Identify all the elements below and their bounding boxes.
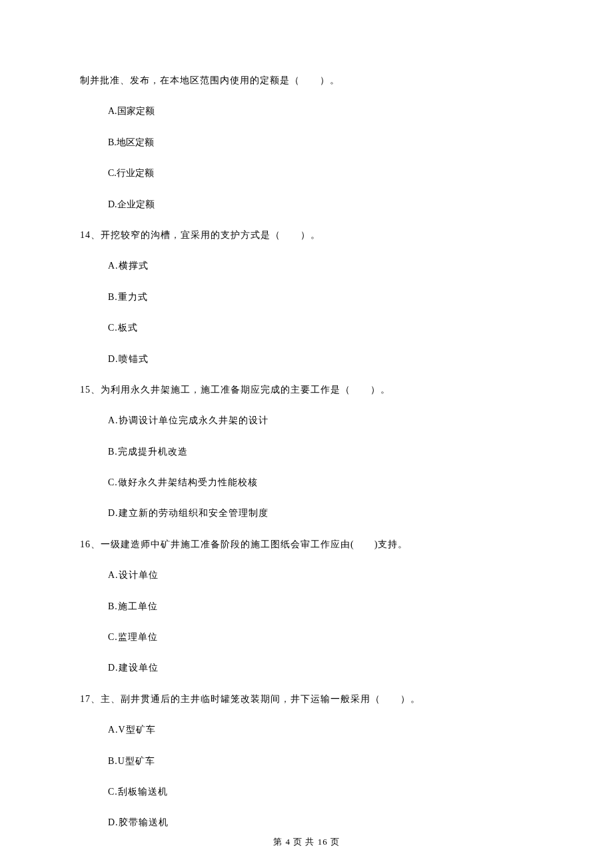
page-content: 制并批准、发布，在本地区范围内使用的定额是（ ）。 A.国家定额 B.地区定额 … — [0, 0, 613, 831]
question-text: 15、为利用永久井架施工，施工准备期应完成的主要工作是（ ）。 — [80, 383, 533, 397]
option-a: A.设计单位 — [108, 568, 533, 583]
question-13-options: A.国家定额 B.地区定额 C.行业定额 D.企业定额 — [80, 104, 533, 212]
option-d: D.喷锚式 — [108, 352, 533, 367]
option-d: D.建设单位 — [108, 661, 533, 675]
option-b: B.完成提升机改造 — [108, 445, 533, 459]
option-c: C.做好永久井架结构受力性能校核 — [108, 475, 533, 490]
option-b: B.重力式 — [108, 290, 533, 305]
option-c: C.刮板输送机 — [108, 785, 533, 799]
option-a: A.横撑式 — [108, 259, 533, 273]
option-d: D.企业定额 — [108, 197, 533, 212]
option-d: D.胶带输送机 — [108, 815, 533, 830]
question-17: 17、主、副井贯通后的主井临时罐笼改装期间，井下运输一般采用（ ）。 A.V型矿… — [80, 692, 533, 831]
question-15-options: A.协调设计单位完成永久井架的设计 B.完成提升机改造 C.做好永久井架结构受力… — [80, 413, 533, 521]
option-c: C.板式 — [108, 321, 533, 335]
question-text: 17、主、副井贯通后的主井临时罐笼改装期间，井下运输一般采用（ ）。 — [80, 692, 533, 707]
option-b: B.施工单位 — [108, 599, 533, 614]
option-b: B.U型矿车 — [108, 754, 533, 769]
option-a: A.协调设计单位完成永久井架的设计 — [108, 413, 533, 428]
page-footer: 第 4 页 共 16 页 — [0, 836, 613, 848]
question-13-continuation: 制并批准、发布，在本地区范围内使用的定额是（ ）。 — [80, 73, 533, 88]
question-text-continuation: 制并批准、发布，在本地区范围内使用的定额是（ ）。 — [80, 73, 533, 88]
option-d: D.建立新的劳动组织和安全管理制度 — [108, 506, 533, 521]
question-16-options: A.设计单位 B.施工单位 C.监理单位 D.建设单位 — [80, 568, 533, 676]
option-a: A.V型矿车 — [108, 723, 533, 737]
question-14: 14、开挖较窄的沟槽，宜采用的支护方式是（ ）。 A.横撑式 B.重力式 C.板… — [80, 228, 533, 367]
option-b: B.地区定额 — [108, 135, 533, 150]
question-16: 16、一级建造师中矿井施工准备阶段的施工图纸会审工作应由( )支持。 A.设计单… — [80, 537, 533, 676]
question-15: 15、为利用永久井架施工，施工准备期应完成的主要工作是（ ）。 A.协调设计单位… — [80, 383, 533, 521]
question-text: 14、开挖较窄的沟槽，宜采用的支护方式是（ ）。 — [80, 228, 533, 243]
option-c: C.行业定额 — [108, 166, 533, 181]
option-c: C.监理单位 — [108, 630, 533, 645]
question-14-options: A.横撑式 B.重力式 C.板式 D.喷锚式 — [80, 259, 533, 367]
option-a: A.国家定额 — [108, 104, 533, 119]
question-text: 16、一级建造师中矿井施工准备阶段的施工图纸会审工作应由( )支持。 — [80, 537, 533, 552]
question-17-options: A.V型矿车 B.U型矿车 C.刮板输送机 D.胶带输送机 — [80, 723, 533, 831]
